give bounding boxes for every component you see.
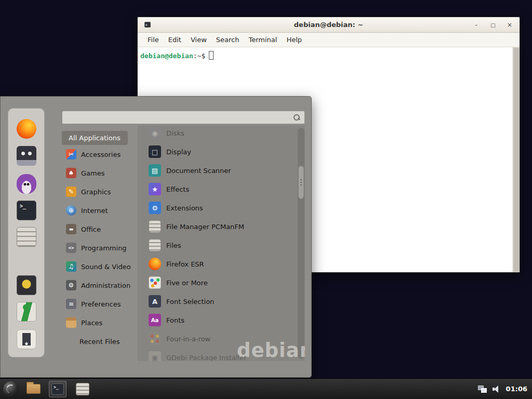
category-games[interactable]: Games bbox=[62, 164, 138, 182]
terminal-icon bbox=[17, 201, 36, 220]
maximize-button[interactable]: □ bbox=[487, 20, 499, 30]
display-icon bbox=[149, 145, 161, 158]
menu-button[interactable] bbox=[3, 381, 19, 397]
favorite-lock-screen[interactable] bbox=[16, 275, 37, 296]
app-item-five-or-more[interactable]: Five or More bbox=[149, 273, 299, 292]
favorite-terminal[interactable] bbox=[16, 200, 37, 221]
app-item-four-in-a-row[interactable]: Four-in-a-row bbox=[149, 329, 299, 348]
category-accessories[interactable]: Accessories bbox=[62, 145, 138, 164]
search-icon bbox=[293, 114, 300, 121]
office-icon bbox=[66, 224, 76, 234]
app-label: Font Selection bbox=[166, 298, 214, 305]
file-manager-launcher[interactable] bbox=[26, 384, 41, 394]
applications-menu: All Applications Accessories Games Graph… bbox=[0, 96, 312, 378]
favorite-power[interactable] bbox=[16, 329, 37, 350]
menu-view[interactable]: View bbox=[186, 33, 211, 47]
app-item-extensions[interactable]: Extensions bbox=[149, 198, 299, 217]
menu-file[interactable]: File bbox=[143, 33, 164, 47]
category-label: Recent Files bbox=[79, 338, 120, 345]
category-places[interactable]: Places bbox=[62, 313, 138, 332]
terminal-window-icon bbox=[144, 22, 151, 28]
app-label: Extensions bbox=[166, 204, 203, 212]
app-label: GDebi Package Installer bbox=[166, 354, 247, 362]
category-graphics[interactable]: Graphics bbox=[62, 182, 138, 201]
games-icon bbox=[66, 168, 76, 178]
files-taskbar-button[interactable] bbox=[76, 383, 89, 395]
app-label: Effects bbox=[166, 185, 189, 193]
app-item-gdebi[interactable]: GDebi Package Installer bbox=[149, 348, 299, 361]
taskbar: 01:06 bbox=[0, 378, 532, 399]
search-box bbox=[62, 111, 305, 124]
extensions-icon bbox=[149, 202, 161, 214]
log-out-icon bbox=[17, 302, 36, 322]
app-item-fonts[interactable]: Fonts bbox=[149, 311, 299, 329]
messenger-icon bbox=[17, 174, 36, 194]
app-item-font-selection[interactable]: Font Selection bbox=[149, 292, 299, 311]
category-label: Sound & Video bbox=[81, 263, 131, 271]
app-label: Files bbox=[166, 242, 181, 249]
favorite-firefox[interactable] bbox=[16, 118, 37, 139]
terminal-taskbar-button[interactable] bbox=[49, 381, 66, 397]
category-label: Accessories bbox=[81, 151, 121, 158]
close-button[interactable]: × bbox=[504, 20, 515, 30]
prompt-user-host: debian@debian bbox=[140, 52, 193, 60]
prompt-path: :~$ bbox=[193, 52, 205, 60]
volume-icon[interactable] bbox=[493, 385, 500, 393]
category-recent-files[interactable]: Recent Files bbox=[62, 332, 138, 351]
terminal-cursor bbox=[209, 51, 214, 60]
category-administration[interactable]: Administration bbox=[62, 276, 138, 295]
gdebi-icon bbox=[149, 351, 161, 361]
app-label: Disks bbox=[166, 129, 184, 137]
programming-icon bbox=[66, 243, 76, 253]
app-label: Document Scanner bbox=[166, 167, 231, 175]
network-icon[interactable] bbox=[478, 385, 487, 393]
app-item-disks[interactable]: Disks bbox=[149, 125, 299, 142]
accessories-icon bbox=[66, 149, 76, 159]
category-internet[interactable]: Internet bbox=[62, 201, 138, 220]
app-label: Fonts bbox=[166, 316, 184, 324]
favorite-messenger[interactable] bbox=[16, 174, 37, 194]
app-item-effects[interactable]: Effects bbox=[149, 180, 299, 198]
firefox-icon bbox=[149, 258, 161, 270]
app-item-firefox-esr[interactable]: Firefox ESR bbox=[149, 255, 299, 273]
app-label: Display bbox=[166, 148, 191, 156]
menu-search[interactable]: Search bbox=[211, 33, 244, 47]
terminal-scrollbar-thumb[interactable] bbox=[514, 48, 519, 272]
preferences-icon bbox=[66, 299, 76, 309]
category-label: Preferences bbox=[81, 300, 121, 308]
effects-icon bbox=[149, 183, 161, 195]
menu-terminal[interactable]: Terminal bbox=[244, 33, 282, 47]
app-item-display[interactable]: Display bbox=[149, 142, 299, 161]
file-manager-icon bbox=[17, 227, 36, 247]
terminal-titlebar[interactable]: debian@debian: ~ - □ × bbox=[138, 17, 520, 33]
app-item-pcmanfm[interactable]: File Manager PCManFM bbox=[149, 217, 299, 236]
category-office[interactable]: Office bbox=[62, 220, 138, 238]
menu-edit[interactable]: Edit bbox=[164, 33, 186, 47]
category-preferences[interactable]: Preferences bbox=[62, 295, 138, 313]
category-all-applications[interactable]: All Applications bbox=[62, 131, 128, 145]
four-in-a-row-icon bbox=[149, 332, 161, 345]
menu-help[interactable]: Help bbox=[282, 33, 307, 47]
sound-video-icon bbox=[66, 261, 76, 272]
favorite-log-out[interactable] bbox=[16, 301, 37, 322]
minimize-button[interactable]: - bbox=[471, 20, 482, 30]
document-scanner-icon bbox=[149, 164, 161, 177]
favorite-file-manager[interactable] bbox=[16, 227, 37, 247]
terminal-menubar: File Edit View Search Terminal Help bbox=[138, 33, 520, 47]
administration-icon bbox=[66, 280, 76, 290]
search-input[interactable] bbox=[62, 111, 293, 124]
files-icon bbox=[149, 239, 161, 251]
app-item-document-scanner[interactable]: Document Scanner bbox=[149, 161, 299, 180]
app-item-files[interactable]: Files bbox=[149, 236, 299, 255]
category-programming[interactable]: Programming bbox=[62, 238, 138, 257]
system-tray: 01:06 bbox=[478, 385, 532, 393]
category-sound-video[interactable]: Sound & Video bbox=[62, 257, 138, 276]
favorite-photos[interactable] bbox=[16, 145, 37, 166]
firefox-icon bbox=[17, 119, 36, 139]
favorites-panel bbox=[8, 108, 45, 357]
internet-icon bbox=[66, 205, 76, 216]
fonts-icon bbox=[149, 314, 161, 326]
terminal-scrollbar[interactable] bbox=[513, 47, 520, 272]
category-label: Games bbox=[81, 169, 104, 177]
window-title: debian@debian: ~ bbox=[138, 21, 520, 29]
